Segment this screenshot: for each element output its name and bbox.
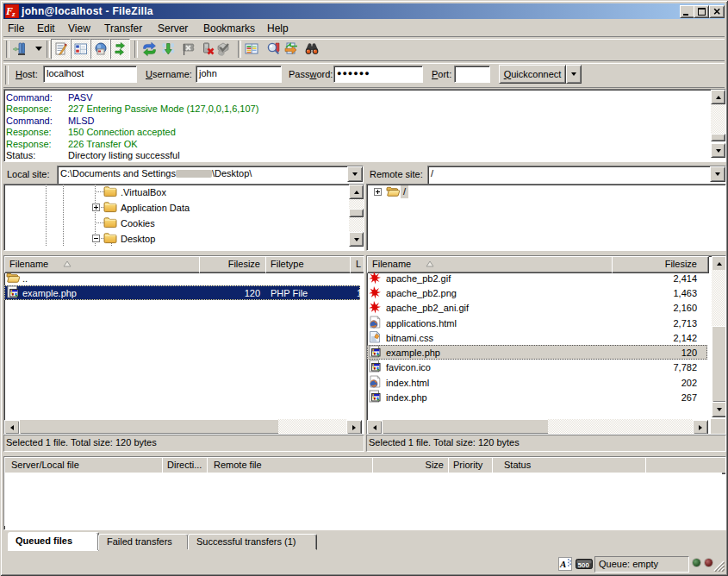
svg-text:500: 500 bbox=[578, 561, 590, 569]
svg-text:A: A bbox=[559, 559, 566, 569]
svg-text:z: z bbox=[11, 9, 16, 18]
